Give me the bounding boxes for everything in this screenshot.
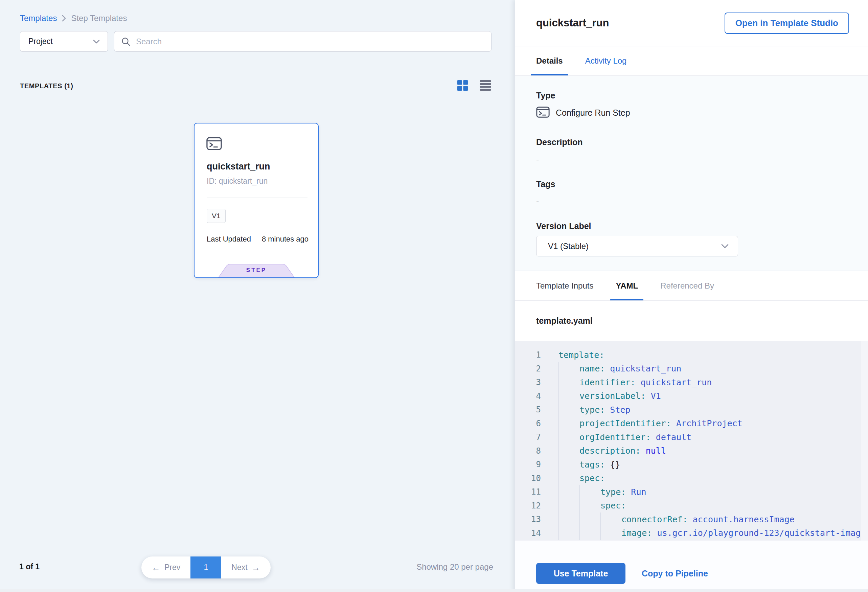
- line-number: 14: [515, 529, 541, 538]
- card-divider: [207, 198, 307, 198]
- yaml-token: :: [641, 391, 651, 401]
- yaml-token: type: [601, 487, 621, 497]
- details-footer-actions: Use Template Copy to Pipeline: [515, 540, 868, 592]
- version-label: Version Label: [536, 221, 847, 231]
- yaml-line-11: 11type: Run: [515, 485, 868, 499]
- prev-page-button[interactable]: ← Prev: [142, 557, 190, 579]
- templates-page: Templates Step Templates Project TEMPLAT…: [0, 0, 868, 592]
- line-number: 6: [515, 419, 541, 428]
- breadcrumb-templates-link[interactable]: Templates: [20, 13, 57, 23]
- pager: ← Prev 1 Next →: [142, 557, 271, 579]
- page-1-button[interactable]: 1: [190, 557, 221, 579]
- per-page-info: Showing 20 per page: [416, 562, 493, 572]
- template-card-quickstart-run[interactable]: quickstart_run ID: quickstart_run V1 Las…: [194, 123, 319, 278]
- indent-guide: [579, 512, 601, 526]
- indent-guide: [579, 485, 601, 499]
- yaml-token: :: [636, 446, 646, 456]
- yaml-token: projectIdentifier: [579, 418, 666, 428]
- yaml-token: null: [646, 446, 666, 456]
- tags-label: Tags: [536, 179, 847, 189]
- yaml-token: :: [647, 528, 657, 538]
- yaml-token: orgIdentifier: [579, 433, 646, 442]
- line-number: 13: [515, 515, 541, 524]
- line-content: orgIdentifier: default: [541, 430, 691, 444]
- yaml-token: default: [656, 433, 691, 442]
- indent-guide: [558, 417, 579, 431]
- tab-activity-log[interactable]: Activity Log: [580, 46, 632, 75]
- line-number: 5: [515, 405, 541, 415]
- yaml-token: :: [646, 433, 656, 442]
- line-content: spec:: [541, 472, 605, 486]
- page-count: 1 of 1: [19, 562, 40, 571]
- yaml-token: Step: [610, 405, 630, 415]
- indent-guide: [579, 499, 601, 513]
- breadcrumb-current: Step Templates: [71, 13, 127, 23]
- line-content: image: us.gcr.io/playground-123/quicksta…: [541, 526, 861, 540]
- yaml-token: description: [579, 446, 636, 456]
- chevron-right-icon: [62, 15, 66, 22]
- use-template-button[interactable]: Use Template: [536, 563, 626, 584]
- yaml-line-1: 1template:: [515, 348, 868, 362]
- yaml-line-14: 14image: us.gcr.io/playground-123/quicks…: [515, 526, 868, 540]
- template-details-panel: quickstart_run Open in Template Studio D…: [515, 0, 868, 592]
- line-content: spec:: [541, 499, 626, 513]
- yaml-token: :: [600, 364, 610, 374]
- line-number: 7: [515, 433, 541, 442]
- templates-count-header: TEMPLATES (1): [20, 82, 73, 90]
- scope-select[interactable]: Project: [20, 31, 108, 52]
- line-number: 8: [515, 446, 541, 456]
- indent-guide: [558, 430, 579, 444]
- line-content: type: Step: [541, 403, 630, 417]
- search-box: [114, 31, 492, 52]
- tab-template-inputs[interactable]: Template Inputs: [531, 271, 599, 300]
- indent-guide: [558, 444, 579, 458]
- line-content: versionLabel: V1: [541, 389, 661, 403]
- indent-guide: [558, 458, 579, 472]
- yaml-line-6: 6projectIdentifier: ArchitProject: [515, 417, 868, 431]
- yaml-token: {}: [610, 460, 620, 469]
- search-input[interactable]: [136, 37, 484, 46]
- yaml-token: template: [558, 350, 599, 360]
- version-select[interactable]: V1 (Stable): [536, 236, 738, 257]
- card-title: quickstart_run: [207, 161, 270, 172]
- line-content: tags: {}: [541, 458, 620, 472]
- yaml-token: name: [579, 364, 600, 374]
- yaml-token: identifier: [579, 378, 630, 387]
- yaml-editor[interactable]: 1template:2name: quickstart_run3identifi…: [515, 341, 868, 540]
- yaml-token: versionLabel: [579, 391, 641, 401]
- bottom-scrollbar-strip: [0, 589, 868, 592]
- yaml-token: :: [600, 473, 605, 483]
- copy-to-pipeline-link[interactable]: Copy to Pipeline: [642, 563, 708, 584]
- indent-guide: [558, 499, 579, 513]
- yaml-line-13: 13connectorRef: account.harnessImage: [515, 512, 868, 526]
- next-page-button[interactable]: Next →: [221, 557, 270, 579]
- tab-yaml[interactable]: YAML: [610, 271, 644, 300]
- tab-details[interactable]: Details: [531, 46, 568, 75]
- yaml-token: connectorRef: [621, 515, 683, 524]
- yaml-line-9: 9tags: {}: [515, 458, 868, 472]
- yaml-line-10: 10spec:: [515, 472, 868, 486]
- indent-guide: [601, 512, 621, 526]
- line-number: 11: [515, 487, 541, 497]
- type-value: Configure Run Step: [556, 108, 630, 118]
- yaml-line-12: 12spec:: [515, 499, 868, 513]
- line-number: 3: [515, 378, 541, 387]
- open-in-template-studio-button[interactable]: Open in Template Studio: [725, 13, 849, 34]
- grid-view-icon[interactable]: [457, 80, 468, 92]
- yaml-file-name: template.yaml: [515, 301, 868, 341]
- yaml-token: quickstart_run: [610, 364, 681, 374]
- tab-referenced-by[interactable]: Referenced By: [655, 271, 719, 300]
- yaml-token: :: [683, 515, 693, 524]
- line-content: name: quickstart_run: [541, 362, 681, 376]
- indent-guide: [558, 375, 579, 389]
- details-body: Type Configure Run Step Description - Ta…: [515, 76, 868, 271]
- line-content: template:: [541, 348, 604, 362]
- yaml-line-4: 4versionLabel: V1: [515, 389, 868, 403]
- yaml-token: ArchitProject: [676, 418, 743, 428]
- indent-guide: [558, 472, 579, 486]
- yaml-token: tags: [579, 460, 600, 469]
- yaml-token: spec: [601, 500, 621, 511]
- list-view-icon[interactable]: [480, 80, 491, 92]
- yaml-token: :: [621, 487, 631, 497]
- indent-guide: [558, 485, 579, 499]
